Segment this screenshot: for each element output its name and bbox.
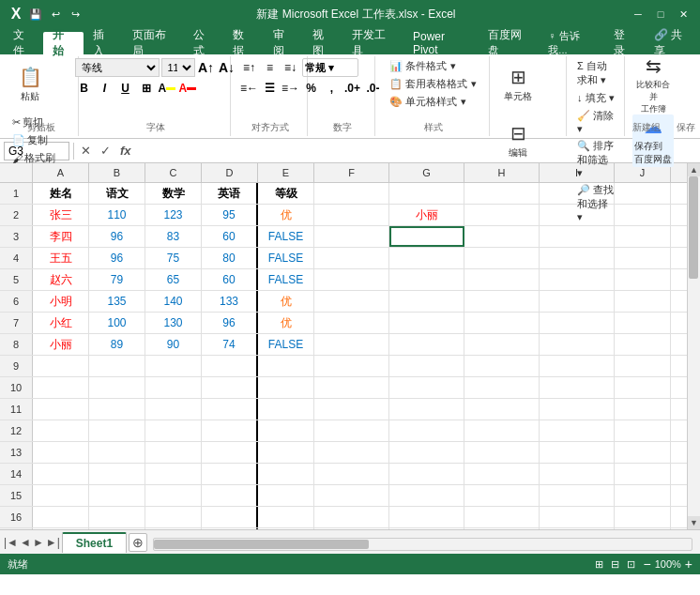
cell-11-h[interactable] <box>464 399 540 420</box>
cell-1-j[interactable] <box>615 183 671 204</box>
cell-11-f[interactable] <box>314 399 389 420</box>
cell-2-f[interactable] <box>314 205 389 225</box>
cell-10-j[interactable] <box>615 377 671 398</box>
cell-10-g[interactable] <box>389 377 464 398</box>
cell-13-e[interactable] <box>258 442 314 463</box>
col-header-d[interactable]: D <box>202 163 258 182</box>
find-select-button[interactable]: 🔎 查找和选择 ▾ <box>574 182 618 224</box>
cell-14-c[interactable] <box>145 464 202 484</box>
cell-1-d[interactable]: 英语 <box>202 183 258 204</box>
insert-cells-button[interactable]: ⊞ 单元格 <box>497 58 539 111</box>
cancel-formula-icon[interactable]: ✕ <box>78 144 94 158</box>
tab-file[interactable]: 文件 <box>4 32 43 54</box>
maximize-button[interactable]: □ <box>651 5 670 23</box>
scroll-down-button[interactable]: ▼ <box>688 516 701 529</box>
cell-9-b[interactable] <box>89 356 145 376</box>
percent-button[interactable]: % <box>302 79 321 98</box>
row-num-2[interactable]: 2 <box>0 205 33 225</box>
close-button[interactable]: ✕ <box>674 5 692 23</box>
align-middle-button[interactable]: ≡ <box>261 58 280 77</box>
fill-button[interactable]: ↓ 填充 ▾ <box>574 90 618 106</box>
save-icon[interactable]: 💾 <box>27 6 44 23</box>
cell-17-a[interactable] <box>33 528 89 529</box>
cell-10-b[interactable] <box>89 377 145 398</box>
cell-17-e[interactable] <box>258 528 314 529</box>
cell-13-b[interactable] <box>89 442 145 463</box>
underline-button[interactable]: U <box>116 79 135 98</box>
cell-9-i[interactable] <box>540 356 615 376</box>
cell-3-e[interactable]: FALSE <box>258 226 314 247</box>
cell-13-a[interactable] <box>33 442 89 463</box>
col-header-b[interactable]: B <box>89 163 145 182</box>
cell-8-d[interactable]: 74 <box>202 334 258 355</box>
cell-10-i[interactable] <box>540 377 615 398</box>
cell-11-g[interactable] <box>389 399 464 420</box>
sort-filter-button[interactable]: 🔍 排序和筛选 ▾ <box>574 138 618 180</box>
cell-4-c[interactable]: 75 <box>145 248 202 268</box>
cell-7-e[interactable]: 优 <box>258 313 314 333</box>
cell-6-j[interactable] <box>615 291 671 312</box>
cell-3-a[interactable]: 李四 <box>33 226 89 247</box>
cell-13-d[interactable] <box>202 442 258 463</box>
cell-17-j[interactable] <box>615 528 671 529</box>
cell-3-g[interactable] <box>389 226 464 247</box>
cell-17-b[interactable] <box>89 528 145 529</box>
nav-prev-icon[interactable]: ◄ <box>20 536 31 549</box>
cell-3-f[interactable] <box>314 226 389 247</box>
cell-style-button[interactable]: 🎨 单元格样式 ▾ <box>387 94 479 110</box>
tab-tell-me[interactable]: ♀ 告诉我... <box>539 32 604 54</box>
cell-15-g[interactable] <box>389 485 464 506</box>
cell-8-f[interactable] <box>314 334 389 355</box>
cell-16-e[interactable] <box>258 507 314 527</box>
format-painter-button[interactable]: 🖌格式刷 <box>9 150 58 166</box>
row-num-16[interactable]: 16 <box>0 507 33 527</box>
row-num-8[interactable]: 8 <box>0 334 33 355</box>
cell-9-e[interactable] <box>258 356 314 376</box>
cell-8-h[interactable] <box>464 334 540 355</box>
cell-16-c[interactable] <box>145 507 202 527</box>
autosum-button[interactable]: Σ 自动求和 ▾ <box>574 58 618 88</box>
tab-formula[interactable]: 公式 <box>184 32 223 54</box>
cell-15-i[interactable] <box>540 485 615 506</box>
cell-16-a[interactable] <box>33 507 89 527</box>
cell-8-g[interactable] <box>389 334 464 355</box>
cell-2-b[interactable]: 110 <box>89 205 145 225</box>
cell-10-h[interactable] <box>464 377 540 398</box>
view-normal-icon[interactable]: ⊞ <box>595 558 603 571</box>
add-sheet-button[interactable]: ⊕ <box>129 533 147 552</box>
cell-1-g[interactable] <box>389 183 464 204</box>
cell-15-j[interactable] <box>615 485 671 506</box>
tab-home[interactable]: 开始 <box>43 32 83 54</box>
conditional-format-button[interactable]: 📊 条件格式 ▾ <box>387 58 479 74</box>
confirm-formula-icon[interactable]: ✓ <box>98 144 114 158</box>
row-num-12[interactable]: 12 <box>0 420 33 441</box>
cell-16-j[interactable] <box>615 507 671 527</box>
horizontal-scrollbar[interactable] <box>153 538 692 551</box>
cell-6-i[interactable] <box>540 291 615 312</box>
vertical-scrollbar[interactable]: ▲ ▼ <box>687 163 700 529</box>
tab-baidu[interactable]: 百度网盘 <box>479 32 540 54</box>
cell-9-g[interactable] <box>389 356 464 376</box>
cell-14-e[interactable] <box>258 464 314 484</box>
cell-4-f[interactable] <box>314 248 389 268</box>
cell-10-e[interactable] <box>258 377 314 398</box>
tab-developer[interactable]: 开发工具 <box>342 32 403 54</box>
cell-5-e[interactable]: FALSE <box>258 269 314 290</box>
cell-15-e[interactable] <box>258 485 314 506</box>
increase-decimal-button[interactable]: .0+ <box>343 79 362 98</box>
cell-13-c[interactable] <box>145 442 202 463</box>
row-num-3[interactable]: 3 <box>0 226 33 247</box>
delete-cells-button[interactable]: ⊟ 编辑 <box>497 114 539 167</box>
cell-12-h[interactable] <box>464 420 540 441</box>
cell-5-i[interactable] <box>540 269 615 290</box>
cell-5-f[interactable] <box>314 269 389 290</box>
cell-6-d[interactable]: 133 <box>202 291 258 312</box>
nav-last-icon[interactable]: ►| <box>46 536 60 549</box>
cell-11-j[interactable] <box>615 399 671 420</box>
row-num-10[interactable]: 10 <box>0 377 33 398</box>
cell-11-a[interactable] <box>33 399 89 420</box>
cell-9-c[interactable] <box>145 356 202 376</box>
zoom-in-icon[interactable]: + <box>685 557 692 572</box>
cell-5-d[interactable]: 60 <box>202 269 258 290</box>
row-num-13[interactable]: 13 <box>0 442 33 463</box>
